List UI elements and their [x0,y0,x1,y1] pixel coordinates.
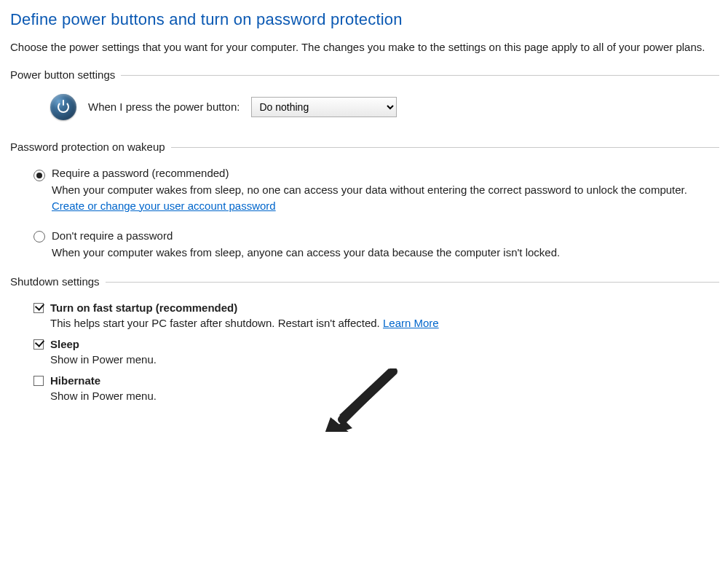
section-power-button: Power button settings When I press the p… [10,68,719,120]
option-hibernate[interactable]: Hibernate Show in Power menu. [10,374,719,404]
require-password-title: Require a password (recommended) [52,166,719,181]
radio-require-password[interactable] [33,170,45,181]
hibernate-desc: Show in Power menu. [50,388,719,404]
checkbox-fast-startup[interactable] [33,303,44,313]
hibernate-title: Hibernate [50,374,719,388]
radio-dont-require-password[interactable] [33,231,45,242]
sleep-desc: Show in Power menu. [50,352,719,368]
page-intro: Choose the power settings that you want … [10,39,719,55]
section-heading-wakeup: Password protection on wakeup [10,141,171,153]
section-heading-power-button: Power button settings [10,68,121,81]
option-sleep[interactable]: Sleep Show in Power menu. [10,337,719,368]
section-heading-shutdown: Shutdown settings [10,275,106,288]
option-dont-require-password[interactable]: Don't require a password When your compu… [10,229,719,261]
dont-require-password-desc: When your computer wakes from sleep, any… [52,245,719,261]
checkbox-sleep[interactable] [33,339,44,350]
fast-startup-title: Turn on fast startup (recommended) [50,301,719,315]
power-button-action-label: When I press the power button: [88,100,240,113]
dont-require-password-title: Don't require a password [52,229,719,243]
power-icon [50,94,76,120]
svg-marker-3 [326,419,348,432]
page-title: Define power buttons and turn on passwor… [10,10,719,29]
svg-marker-1 [323,417,349,432]
link-change-password[interactable]: Create or change your user account passw… [52,200,276,212]
divider [121,75,719,76]
power-button-action-select[interactable]: Do nothing [251,97,397,117]
divider [106,282,719,283]
option-require-password[interactable]: Require a password (recommended) When yo… [10,166,719,214]
fast-startup-desc: This helps start your PC faster after sh… [50,315,719,331]
divider [171,147,719,148]
option-fast-startup[interactable]: Turn on fast startup (recommended) This … [10,301,719,331]
checkbox-hibernate[interactable] [33,376,44,386]
sleep-title: Sleep [50,337,719,352]
require-password-desc: When your computer wakes from sleep, no … [52,182,719,214]
link-learn-more-fast-startup[interactable]: Learn More [383,317,439,329]
section-shutdown: Shutdown settings Turn on fast startup (… [10,275,719,404]
section-wakeup: Password protection on wakeup Require a … [10,141,719,261]
